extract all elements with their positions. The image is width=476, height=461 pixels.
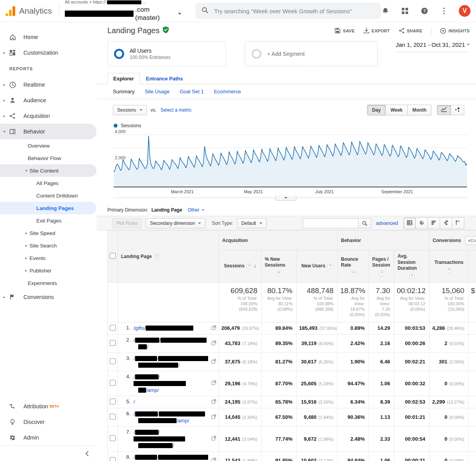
sidebar-item-behavior[interactable]: ▾ Behavior bbox=[0, 124, 96, 139]
landing-page-link[interactable]: ///amp/ bbox=[134, 374, 209, 393]
open-in-new-icon[interactable] bbox=[211, 325, 216, 331]
notifications-bell-icon[interactable] bbox=[381, 6, 390, 16]
row-checkbox[interactable] bbox=[110, 340, 116, 346]
dimension-landing-page[interactable]: Landing Page bbox=[152, 207, 182, 213]
comparison-view-button[interactable] bbox=[440, 217, 452, 229]
landing-page-column-header[interactable]: Landing Page ? bbox=[118, 231, 219, 283]
help-icon[interactable]: ? bbox=[379, 271, 384, 276]
table-search-input[interactable] bbox=[303, 218, 358, 228]
sidebar-item-all-pages[interactable]: All Pages bbox=[0, 177, 96, 189]
property-name[interactable]: .com (master) bbox=[65, 5, 181, 22]
row-checkbox[interactable] bbox=[110, 457, 116, 461]
line-chart-button[interactable] bbox=[437, 105, 451, 115]
sidebar-item-attribution[interactable]: Attribution BETA bbox=[0, 399, 96, 414]
date-range-picker[interactable]: Jan 1, 2021 - Oct 31, 2021 bbox=[396, 41, 470, 52]
row-checkbox[interactable] bbox=[110, 358, 116, 364]
help-icon[interactable]: ? bbox=[409, 274, 415, 279]
verified-shield-icon[interactable] bbox=[162, 26, 169, 36]
search-input[interactable] bbox=[214, 8, 374, 14]
month-button[interactable]: Month bbox=[408, 105, 431, 116]
sidebar-item-conversions[interactable]: ▸ Conversions bbox=[0, 289, 96, 305]
open-in-new-icon[interactable] bbox=[211, 399, 216, 405]
advanced-search-link[interactable]: advanced bbox=[376, 220, 398, 226]
sidebar-item-discover[interactable]: Discover bbox=[0, 414, 96, 430]
open-in-new-icon[interactable] bbox=[211, 436, 216, 442]
save-button[interactable]: SAVE bbox=[335, 28, 355, 34]
sidebar-item-events[interactable]: ▸Events bbox=[0, 252, 96, 264]
export-button[interactable]: EXPORT bbox=[364, 28, 390, 34]
performance-view-button[interactable] bbox=[428, 217, 440, 229]
add-segment-button[interactable]: + Add Segment bbox=[245, 41, 378, 66]
open-in-new-icon[interactable] bbox=[211, 414, 216, 420]
help-icon[interactable]: ? bbox=[246, 263, 252, 269]
open-in-new-icon[interactable] bbox=[211, 359, 216, 365]
avatar[interactable]: V bbox=[459, 5, 471, 17]
open-in-new-icon[interactable] bbox=[211, 457, 216, 461]
help-icon[interactable]: ? bbox=[420, 6, 429, 16]
sidebar-item-content-drilldown[interactable]: Content Drilldown bbox=[0, 189, 96, 202]
tab-explorer[interactable]: Explorer bbox=[107, 73, 140, 84]
select-all-checkbox[interactable] bbox=[110, 253, 116, 259]
help-icon[interactable]: ? bbox=[276, 271, 282, 276]
subtab-goal-set-1[interactable]: Goal Set 1 bbox=[180, 89, 203, 94]
account-picker[interactable]: All accounts > https:// ... .com (master… bbox=[65, 0, 181, 22]
landing-page-link[interactable]: /// bbox=[134, 337, 207, 350]
landing-page-link[interactable]: /// bbox=[134, 355, 208, 368]
subtab-ecommerce[interactable]: Ecommerce bbox=[214, 89, 241, 94]
sidebar-item-acquisition[interactable]: ▸ Acquisition bbox=[0, 108, 96, 124]
insights-button[interactable]: INSIGHTS bbox=[440, 28, 470, 34]
google-apps-grid-icon[interactable] bbox=[400, 6, 410, 16]
avg-duration-column-header[interactable]: Avg. Session Duration? bbox=[394, 250, 430, 283]
sidebar-item-publisher[interactable]: ▸Publisher bbox=[0, 264, 96, 277]
pages-session-column-header[interactable]: Pages / Session? bbox=[369, 250, 394, 283]
sidebar-item-audience[interactable]: ▸ Audience bbox=[0, 93, 96, 108]
sidebar-item-overview[interactable]: Overview bbox=[0, 139, 96, 152]
subtab-site-usage[interactable]: Site Usage bbox=[145, 89, 170, 94]
sidebar-item-home[interactable]: Home bbox=[0, 29, 96, 45]
motion-chart-button[interactable] bbox=[451, 105, 464, 115]
sidebar-item-experiments[interactable]: Experiments bbox=[0, 277, 96, 289]
percentage-view-button[interactable] bbox=[416, 217, 428, 229]
landing-page-link[interactable]: ///amp/ bbox=[134, 411, 205, 424]
ecommerce-goal-dropdown[interactable]: eComm bbox=[465, 236, 476, 245]
sessions-column-header[interactable]: Sessions?↓ bbox=[219, 250, 262, 283]
bounce-rate-column-header[interactable]: Bounce Rate? bbox=[338, 250, 369, 283]
analytics-logo-icon[interactable] bbox=[5, 6, 15, 16]
sidebar-item-site-speed[interactable]: ▸Site Speed bbox=[0, 227, 96, 239]
landing-page-link[interactable]: /gifts/ bbox=[134, 325, 193, 331]
sidebar-item-site-content[interactable]: ▾ Site Content bbox=[0, 164, 96, 177]
row-checkbox[interactable] bbox=[110, 414, 116, 420]
new-users-column-header[interactable]: New Users? bbox=[297, 250, 338, 283]
landing-page-link[interactable]: /// bbox=[134, 429, 209, 449]
open-in-new-icon[interactable] bbox=[211, 380, 216, 386]
row-checkbox[interactable] bbox=[110, 380, 116, 386]
pivot-view-button[interactable] bbox=[452, 217, 464, 229]
row-checkbox[interactable] bbox=[110, 399, 116, 404]
help-icon[interactable]: ? bbox=[351, 271, 356, 276]
select-metric-link[interactable]: Select a metric bbox=[160, 107, 191, 113]
sidebar-item-realtime[interactable]: ▸ Realtime bbox=[0, 77, 96, 93]
collapse-sidebar-button[interactable] bbox=[0, 445, 96, 461]
sort-type-dropdown[interactable]: Default bbox=[237, 218, 267, 228]
sidebar-item-behavior-flow[interactable]: Behavior Flow bbox=[0, 152, 96, 164]
help-icon[interactable]: ? bbox=[446, 267, 452, 273]
help-icon[interactable]: ? bbox=[154, 254, 160, 259]
help-icon[interactable]: ? bbox=[327, 263, 333, 269]
subtab-summary[interactable]: Summary bbox=[113, 89, 135, 94]
revenue-column-header[interactable] bbox=[469, 250, 476, 283]
data-view-button[interactable] bbox=[403, 217, 416, 229]
secondary-dimension-dropdown[interactable]: Secondary dimension bbox=[146, 218, 205, 228]
day-button[interactable]: Day bbox=[367, 105, 386, 116]
sidebar-item-site-search[interactable]: ▸Site Search bbox=[0, 239, 96, 252]
more-options-icon[interactable] bbox=[439, 6, 449, 16]
dimension-other-dropdown[interactable]: Other bbox=[187, 207, 205, 213]
week-button[interactable]: Week bbox=[386, 105, 408, 116]
landing-page-link[interactable]: ///amp/ bbox=[134, 454, 208, 461]
landing-page-link[interactable]: / bbox=[134, 399, 135, 405]
sidebar-item-admin[interactable]: Admin bbox=[0, 430, 96, 445]
sidebar-item-customization[interactable]: ▸ Customization bbox=[0, 45, 96, 61]
sidebar-item-exit-pages[interactable]: Exit Pages bbox=[0, 214, 96, 227]
tab-entrance-paths[interactable]: Entrance Paths bbox=[140, 73, 189, 84]
row-checkbox[interactable] bbox=[110, 435, 116, 441]
new-sessions-column-header[interactable]: % New Sessions? bbox=[262, 250, 297, 283]
